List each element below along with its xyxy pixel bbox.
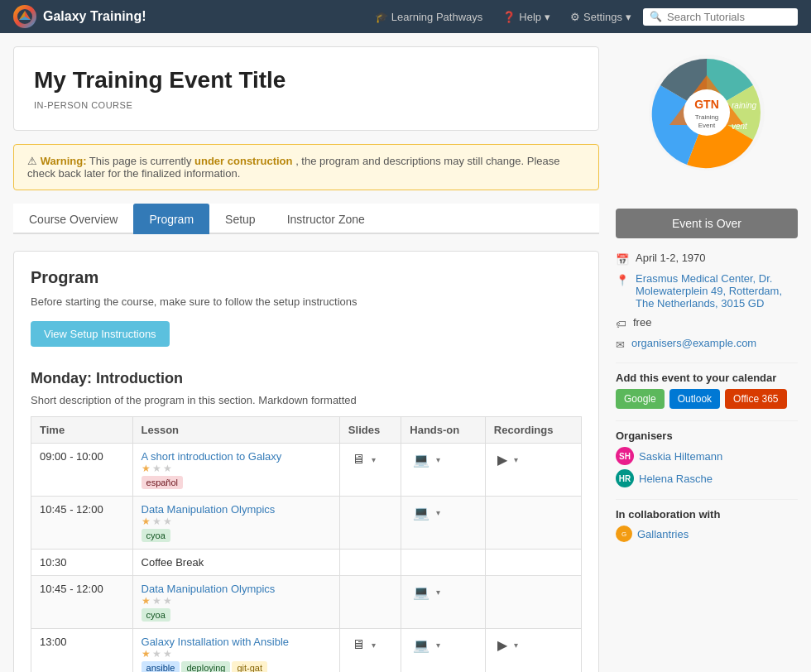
pathway-icon: 🎓 <box>375 11 388 23</box>
cell-lesson: Data Manipulation Olympics★★★cyoa <box>132 497 339 550</box>
handson-dropdown-arrow[interactable]: ▾ <box>436 588 440 597</box>
warning-text-before: This page is currently <box>89 155 192 167</box>
handson-button[interactable]: 💻 <box>410 636 433 655</box>
calendar-buttons: Google Outlook Office 365 <box>616 389 798 409</box>
handson-dropdown-arrow[interactable]: ▾ <box>436 641 440 650</box>
star-filled: ★ <box>142 648 151 660</box>
difficulty-indicator: ★★★ <box>142 595 331 607</box>
search-input[interactable] <box>667 11 791 23</box>
learning-pathways-link[interactable]: 🎓 Learning Pathways <box>367 6 492 28</box>
lesson-link[interactable]: Galaxy Installation with Ansible <box>142 636 289 648</box>
lesson-text: Coffee Break <box>142 556 204 569</box>
slides-button[interactable]: 🖥 <box>348 636 368 654</box>
organiser-row-1: SH Saskia Hiltemann <box>616 447 798 465</box>
cell-slides: 🖥▾ <box>339 444 401 497</box>
calendar-icon: 📅 <box>616 253 629 266</box>
organiser-avatar-2: HR <box>616 469 634 487</box>
slides-button[interactable]: 🖥 <box>348 450 368 468</box>
view-setup-button[interactable]: View Setup Instructions <box>31 321 170 347</box>
event-badge: IN-PERSON COURSE <box>34 100 578 110</box>
settings-menu[interactable]: ⚙ Settings ▾ <box>562 6 640 28</box>
collaborator-logo-1: G <box>616 526 632 542</box>
program-description: Before starting the course, make sure to… <box>31 295 582 308</box>
lesson-tag: deploying <box>181 661 230 672</box>
recordings-dropdown-arrow[interactable]: ▾ <box>514 455 518 464</box>
svg-text:Training: Training <box>695 113 719 121</box>
slides-dropdown-arrow[interactable]: ▾ <box>372 455 376 464</box>
collaborator-row-1: G Gallantries <box>616 526 798 542</box>
lesson-link[interactable]: A short introduction to Galaxy <box>142 450 282 463</box>
navbar-nav: 🎓 Learning Pathways ❓ Help ▾ ⚙ Settings … <box>367 6 798 28</box>
organiser-row-2: HR Helena Rasche <box>616 469 798 487</box>
handson-button[interactable]: 💻 <box>410 583 433 602</box>
star-empty: ★ <box>152 648 161 660</box>
cell-time: 10:45 - 12:00 <box>31 497 133 550</box>
cell-time: 10:45 - 12:00 <box>31 576 133 629</box>
table-row: 09:00 - 10:00A short introduction to Gal… <box>31 444 582 497</box>
event-header: My Training Event Title IN-PERSON COURSE <box>13 46 599 131</box>
google-calendar-button[interactable]: Google <box>616 389 665 409</box>
cell-recordings <box>485 550 581 576</box>
lesson-link[interactable]: Data Manipulation Olympics <box>142 503 276 516</box>
difficulty-indicator: ★★★ <box>142 516 331 527</box>
cell-recordings <box>485 497 581 550</box>
location-icon: 📍 <box>616 274 629 286</box>
outlook-calendar-button[interactable]: Outlook <box>669 389 720 409</box>
lesson-tag: ansible <box>142 661 180 672</box>
sidebar-organisers-section: Organisers SH Saskia Hiltemann HR Helena… <box>616 430 798 487</box>
sidebar-calendar-section: Add this event to your calendar Google O… <box>616 372 798 409</box>
star-empty: ★ <box>163 648 172 660</box>
difficulty-indicator: ★★★ <box>142 463 331 474</box>
sidebar-collaboration-section: In collaboration with G Gallantries <box>616 508 798 542</box>
lesson-link[interactable]: Data Manipulation Olympics <box>142 583 276 595</box>
handson-button[interactable]: 💻 <box>410 450 433 469</box>
recordings-button[interactable]: ▶ <box>494 450 511 469</box>
event-title: My Training Event Title <box>34 67 578 94</box>
difficulty-indicator: ★★★ <box>142 648 331 660</box>
cell-handson <box>401 550 486 576</box>
collaborator-link-1[interactable]: Gallantries <box>637 528 689 540</box>
divider-3 <box>616 499 798 500</box>
handson-button[interactable]: 💻 <box>410 503 433 522</box>
email-icon: ✉ <box>616 338 625 351</box>
sidebar-price: free <box>633 316 651 329</box>
schedule-table: Time Lesson Slides Hands-on Recordings 0… <box>31 416 582 672</box>
slides-dropdown-arrow[interactable]: ▾ <box>372 641 376 650</box>
brand-link[interactable]: Galaxy Training! <box>13 5 146 28</box>
brand-name: Galaxy Training! <box>43 9 146 24</box>
col-lesson: Lesson <box>132 417 339 444</box>
settings-chevron-icon: ▾ <box>626 11 631 23</box>
star-empty: ★ <box>152 463 161 474</box>
recordings-button[interactable]: ▶ <box>494 636 511 655</box>
cell-slides: 🖥▾ <box>339 629 401 673</box>
warning-label: Warning: <box>41 155 87 167</box>
tab-program[interactable]: Program <box>133 204 209 234</box>
sidebar-email-row: ✉ organisers@example.com <box>616 337 798 351</box>
help-menu[interactable]: ❓ Help ▾ <box>494 6 559 28</box>
gtn-logo-box: GTN Training Event raining vent <box>616 46 798 195</box>
lesson-tag: español <box>142 476 184 489</box>
lesson-tag: cyoa <box>142 608 170 622</box>
sidebar-date-row: 📅 April 1-2, 1970 <box>616 252 798 266</box>
handson-dropdown-arrow[interactable]: ▾ <box>436 455 440 464</box>
sidebar-email-link[interactable]: organisers@example.com <box>631 337 756 349</box>
cell-lesson: Coffee Break <box>132 550 339 576</box>
day-heading: Monday: Introduction <box>31 370 582 387</box>
divider-1 <box>616 362 798 363</box>
lesson-tag: cyoa <box>142 529 170 542</box>
tab-course-overview[interactable]: Course Overview <box>13 204 133 234</box>
sidebar-location-link[interactable]: Erasmus Medical Center, Dr. Molewaterple… <box>636 272 798 310</box>
organiser-link-2[interactable]: Helena Rasche <box>639 473 713 485</box>
svg-text:GTN: GTN <box>694 98 719 111</box>
office365-calendar-button[interactable]: Office 365 <box>725 389 786 409</box>
table-row: 10:45 - 12:00Data Manipulation Olympics★… <box>31 497 582 550</box>
recordings-dropdown-arrow[interactable]: ▾ <box>514 641 518 650</box>
collaboration-label: In collaboration with <box>616 508 798 521</box>
help-chevron-icon: ▾ <box>545 11 550 23</box>
organiser-link-1[interactable]: Saskia Hiltemann <box>639 450 722 463</box>
handson-dropdown-arrow[interactable]: ▾ <box>436 508 440 517</box>
tab-instructor-zone[interactable]: Instructor Zone <box>271 204 381 234</box>
event-over-button[interactable]: Event is Over <box>616 209 798 238</box>
tab-setup[interactable]: Setup <box>209 204 271 234</box>
col-recordings: Recordings <box>485 417 581 444</box>
